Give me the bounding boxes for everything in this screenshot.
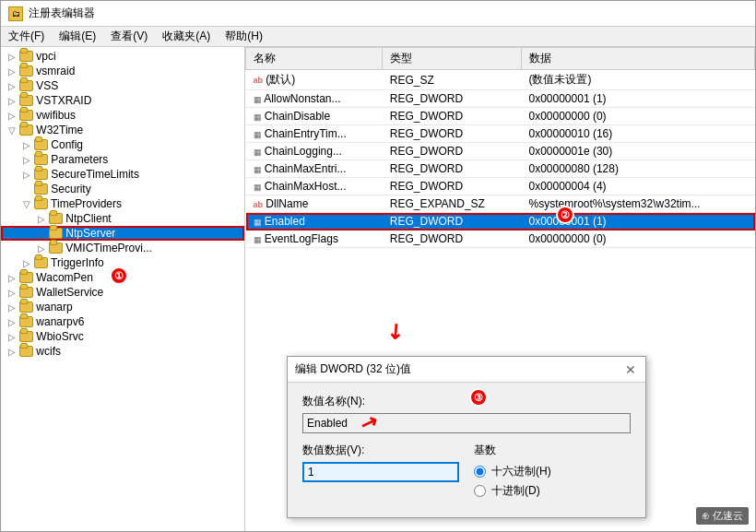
tree-label-ntpserver: NtpServer <box>63 227 115 240</box>
tree-item-vwifibus[interactable]: ▷ vwifibus <box>1 108 244 123</box>
tree-item-wanarp[interactable]: ▷ wanarp <box>1 300 244 314</box>
tree-item-security[interactable]: Security <box>1 182 244 196</box>
tree-item-parameters[interactable]: ▷ Parameters <box>1 152 244 167</box>
dword-icon: ▦ <box>254 218 262 227</box>
dialog-name-input[interactable] <box>302 413 631 433</box>
expander-vwifibus[interactable]: ▷ <box>5 111 19 121</box>
tree-item-config[interactable]: ▷ Config <box>1 137 244 152</box>
expander-vsmraid[interactable]: ▷ <box>5 66 19 77</box>
cell-name: ▦ ChainEntryTim... <box>246 125 383 143</box>
tree-item-ntpserver[interactable]: ▷ NtpServer <box>1 226 244 241</box>
tree-label-ntpclient: NtpClient <box>63 212 112 225</box>
table-row[interactable]: ▦ ChainEntryTim... REG_DWORD 0x00000010 … <box>246 125 755 143</box>
expander-vpci[interactable]: ▷ <box>5 52 19 62</box>
dialog-radix-section: 基数 十六进制(H) 十进制(D) <box>474 443 631 502</box>
expander-vmictimeprov[interactable]: ▷ <box>34 243 49 254</box>
expander-wbiosrvc[interactable]: ▷ <box>5 332 19 342</box>
registry-table: 名称 类型 数据 ab (默认) REG_SZ (数值未设置) <box>245 47 755 248</box>
menu-edit[interactable]: 编辑(E) <box>52 27 103 46</box>
table-row-enabled[interactable]: ▦ Enabled REG_DWORD 0x00000001 (1) <box>246 213 755 231</box>
table-row[interactable]: ▦ ChainMaxEntri... REG_DWORD 0x00000080 … <box>246 160 755 178</box>
expander-ntpclient[interactable]: ▷ <box>34 214 49 224</box>
tree-label-walletservice: WalletService <box>33 286 103 299</box>
tree-item-timeproviders[interactable]: ▽ TimeProviders <box>1 196 244 211</box>
col-header-data[interactable]: 数据 <box>522 48 755 70</box>
tree-item-vsmraid[interactable]: ▷ vsmraid <box>1 64 244 78</box>
sz-icon: ab <box>254 76 264 85</box>
tree-label-timeproviders: TimeProviders <box>48 197 122 210</box>
tree-label-wanarpv6: wanarpv6 <box>33 315 84 328</box>
tree-item-wcifs[interactable]: ▷ wcifs <box>1 344 244 359</box>
menu-favorites[interactable]: 收藏夹(A) <box>155 27 218 46</box>
dialog-close-button[interactable]: ✕ <box>623 362 638 377</box>
expander-config[interactable]: ▷ <box>19 140 34 150</box>
tree-panel[interactable]: ▷ vpci ▷ vsmraid ▷ VSS <box>1 47 245 532</box>
expander-wanarp[interactable]: ▷ <box>5 302 19 313</box>
radio-dec-input[interactable] <box>474 485 486 497</box>
radio-hex-label[interactable]: 十六进制(H) <box>474 464 631 479</box>
radio-dec-label[interactable]: 十进制(D) <box>474 483 631 499</box>
cell-type: REG_SZ <box>383 70 522 90</box>
table-row[interactable]: ▦ EventLogFlags REG_DWORD 0x00000000 (0) <box>246 231 755 248</box>
cell-data: 0x00000080 (128) <box>522 160 755 178</box>
tree-item-w32time[interactable]: ▽ W32Time <box>1 123 244 137</box>
tree-item-securetimelimits[interactable]: ▷ SecureTimeLimits <box>1 167 244 182</box>
col-header-name[interactable]: 名称 <box>246 48 383 70</box>
table-row[interactable]: ab DllName REG_EXPAND_SZ %systemroot%\sy… <box>246 195 755 213</box>
expander-vss[interactable]: ▷ <box>5 81 19 91</box>
cell-data: 0x00000010 (16) <box>522 125 755 143</box>
cell-data: 0x00000000 (0) <box>522 231 755 248</box>
cell-name: ▦ ChainLogging... <box>246 143 383 160</box>
dialog-body: 数值名称(N): 数值数据(V): 基数 十六进制(H) <box>288 383 645 517</box>
cell-name: ▦ AllowNonstan... <box>246 90 383 108</box>
expander-walletservice[interactable]: ▷ <box>5 288 19 298</box>
expander-wacompen[interactable]: ▷ <box>5 273 19 283</box>
menu-help[interactable]: 帮助(H) <box>218 27 270 46</box>
tree-label-securetimelimits: SecureTimeLimits <box>48 168 139 181</box>
cell-name: ab (默认) <box>246 70 383 90</box>
tree-item-walletservice[interactable]: ▷ WalletService <box>1 285 244 300</box>
tree-label-security: Security <box>48 183 91 195</box>
tree-item-vmictimeprov[interactable]: ▷ VMICTimeProvi... <box>1 241 244 255</box>
tree-item-ntpclient[interactable]: ▷ NtpClient <box>1 211 244 226</box>
tree-item-wanarpv6[interactable]: ▷ wanarpv6 <box>1 314 244 329</box>
table-row[interactable]: ▦ AllowNonstan... REG_DWORD 0x00000001 (… <box>246 90 755 108</box>
expander-triggerinfo[interactable]: ▷ <box>19 258 34 268</box>
tree-item-wbiosrvc[interactable]: ▷ WbioSrvc <box>1 329 244 344</box>
tree-item-vstxraid[interactable]: ▷ VSTXRAID <box>1 93 244 108</box>
expander-wcifs[interactable]: ▷ <box>5 347 19 357</box>
tree-label-wanarp: wanarp <box>33 301 73 313</box>
expander-w32time[interactable]: ▽ <box>5 125 19 136</box>
col-header-type[interactable]: 类型 <box>383 48 522 70</box>
folder-icon-ntpclient <box>49 213 63 224</box>
dialog-dword-edit: 编辑 DWORD (32 位)值 ✕ 数值名称(N): 数值数据(V): 基数 <box>287 356 646 518</box>
cell-type-enabled: REG_DWORD <box>383 213 522 231</box>
cell-type: REG_DWORD <box>383 90 522 108</box>
table-row[interactable]: ▦ ChainDisable REG_DWORD 0x00000000 (0) <box>246 108 755 125</box>
cell-name: ▦ ChainDisable <box>246 108 383 125</box>
expander-parameters[interactable]: ▷ <box>19 155 34 165</box>
tree-item-vss[interactable]: ▷ VSS <box>1 78 244 93</box>
expander-timeproviders[interactable]: ▽ <box>19 199 34 209</box>
title-bar-text: 注册表编辑器 <box>29 6 95 21</box>
expander-vstxraid[interactable]: ▷ <box>5 96 19 106</box>
annotation-circle-1: ① <box>110 266 128 285</box>
table-row[interactable]: ▦ ChainLogging... REG_DWORD 0x0000001e (… <box>246 143 755 160</box>
dialog-value-row: 数值数据(V): 基数 十六进制(H) 十进制(D) <box>302 443 631 502</box>
expander-ntpserver[interactable]: ▷ <box>34 229 49 239</box>
table-row[interactable]: ab (默认) REG_SZ (数值未设置) <box>246 70 755 90</box>
table-row[interactable]: ▦ ChainMaxHost... REG_DWORD 0x00000004 (… <box>246 178 755 195</box>
folder-icon-parameters <box>34 154 48 165</box>
expander-securetimelimits[interactable]: ▷ <box>19 170 34 180</box>
menu-view[interactable]: 查看(V) <box>103 27 155 46</box>
dialog-data-input[interactable] <box>302 462 459 482</box>
expander-wanarpv6[interactable]: ▷ <box>5 317 19 327</box>
annotation-circle-3: ③ <box>469 388 488 407</box>
tree-item-vpci[interactable]: ▷ vpci <box>1 49 244 64</box>
menu-file[interactable]: 文件(F) <box>1 27 52 46</box>
folder-icon-ntpserver <box>49 228 63 239</box>
radio-hex-input[interactable] <box>474 466 486 478</box>
folder-icon-securetimelimits <box>34 169 48 180</box>
folder-icon-vss <box>19 80 33 91</box>
folder-icon-vwifibus <box>19 110 33 121</box>
